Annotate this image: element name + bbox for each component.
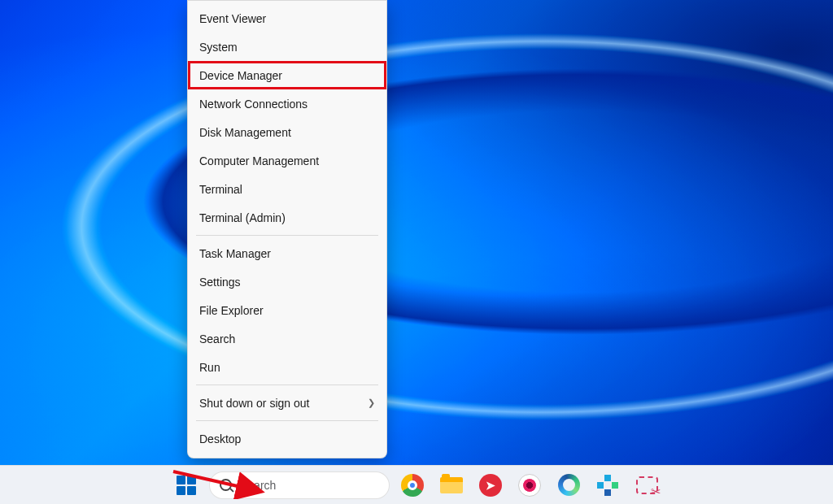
- edge-icon[interactable]: [552, 469, 585, 502]
- menu-item-event-viewer[interactable]: Event Viewer: [188, 4, 386, 33]
- menu-item-label: Event Viewer: [199, 12, 266, 25]
- menu-separator: [196, 385, 378, 385]
- menu-item-label: Terminal: [199, 183, 242, 196]
- menu-separator: [196, 420, 378, 421]
- start-button[interactable]: [170, 469, 203, 502]
- windows-logo-icon: [177, 476, 196, 495]
- envelope-icon: ➤: [479, 474, 502, 497]
- disc-icon: [518, 474, 541, 497]
- edge-logo-icon: [558, 474, 580, 496]
- folder-icon: [440, 477, 463, 493]
- menu-item-label: Shut down or sign out: [199, 397, 309, 410]
- winx-context-menu: Event Viewer System Device Manager Netwo…: [187, 0, 387, 458]
- file-explorer-icon[interactable]: [435, 469, 468, 502]
- menu-item-label: Run: [199, 361, 220, 374]
- snip-tool-icon[interactable]: [630, 469, 663, 502]
- chrome-icon[interactable]: [396, 469, 429, 502]
- menu-item-terminal[interactable]: Terminal: [188, 175, 386, 203]
- menu-item-label: Search: [199, 332, 235, 345]
- scissors-icon: [636, 476, 658, 494]
- pixel-app-icon: [597, 475, 618, 496]
- menu-item-search[interactable]: Search: [188, 324, 386, 353]
- menu-item-label: File Explorer: [199, 304, 264, 317]
- utility-app-icon[interactable]: [591, 469, 624, 502]
- menu-item-network-connections[interactable]: Network Connections: [188, 89, 386, 118]
- menu-item-label: System: [199, 41, 238, 54]
- menu-item-label: Disk Management: [199, 126, 291, 139]
- menu-item-disk-management[interactable]: Disk Management: [188, 118, 386, 146]
- menu-item-label: Computer Management: [199, 154, 319, 167]
- menu-item-settings[interactable]: Settings: [188, 267, 386, 296]
- menu-item-shutdown[interactable]: Shut down or sign out ❯: [188, 389, 386, 417]
- chevron-right-icon: ❯: [368, 398, 375, 408]
- mail-app-icon[interactable]: ➤: [474, 469, 507, 502]
- menu-item-file-explorer[interactable]: File Explorer: [188, 296, 386, 324]
- menu-item-label: Task Manager: [199, 247, 271, 260]
- search-icon: [220, 479, 232, 491]
- search-placeholder: Search: [240, 479, 276, 492]
- menu-item-desktop[interactable]: Desktop: [188, 424, 386, 453]
- search-box[interactable]: Search: [209, 471, 390, 499]
- menu-item-label: Network Connections: [199, 98, 307, 111]
- menu-item-system[interactable]: System: [188, 33, 386, 61]
- menu-separator: [196, 235, 378, 236]
- menu-item-task-manager[interactable]: Task Manager: [188, 239, 386, 267]
- menu-item-device-manager[interactable]: Device Manager: [188, 61, 386, 89]
- taskbar: Search ➤: [0, 465, 833, 504]
- menu-item-terminal-admin[interactable]: Terminal (Admin): [188, 203, 386, 232]
- menu-item-label: Device Manager: [199, 69, 282, 82]
- menu-item-computer-management[interactable]: Computer Management: [188, 146, 386, 175]
- menu-item-label: Settings: [199, 276, 241, 289]
- menu-item-label: Desktop: [199, 432, 241, 445]
- chrome-logo-icon: [401, 474, 424, 497]
- menu-item-label: Terminal (Admin): [199, 211, 286, 224]
- media-app-icon[interactable]: [513, 469, 546, 502]
- menu-item-run[interactable]: Run: [188, 353, 386, 381]
- desktop-wallpaper: [0, 0, 833, 504]
